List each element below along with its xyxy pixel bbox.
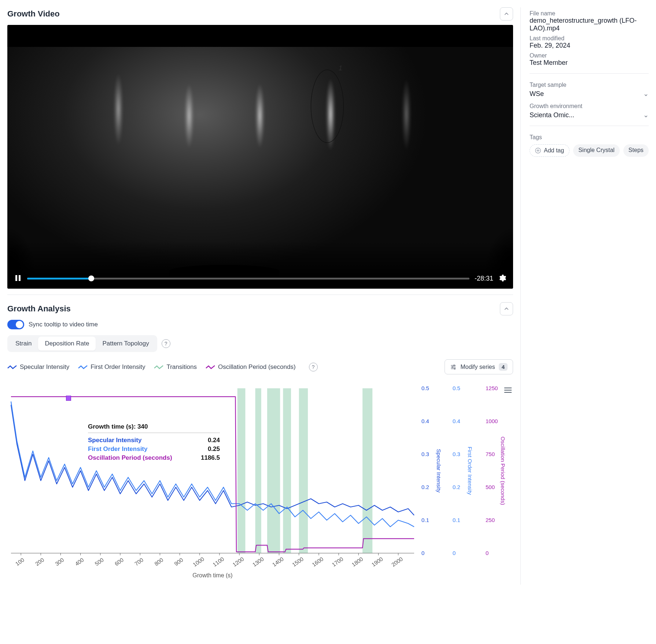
time-remaining: -28:31 [475, 275, 493, 282]
svg-rect-7 [267, 388, 280, 553]
chevron-up-icon [504, 306, 509, 311]
file-name-label: File name [530, 10, 649, 17]
svg-rect-5 [237, 388, 246, 553]
svg-text:0.5: 0.5 [421, 385, 429, 391]
pause-icon [14, 274, 22, 282]
growth-video-panel: Growth Video 1 [7, 7, 513, 295]
chart-menu-button[interactable] [504, 388, 512, 393]
legend-specular[interactable]: Specular Intensity [7, 363, 69, 371]
svg-rect-10 [362, 388, 372, 553]
svg-text:900: 900 [173, 556, 184, 567]
svg-rect-6 [255, 388, 261, 553]
svg-text:800: 800 [153, 556, 164, 567]
svg-text:1100: 1100 [211, 556, 225, 568]
svg-text:0.4: 0.4 [453, 418, 460, 424]
sync-tooltip-toggle[interactable] [7, 320, 24, 329]
chevron-down-icon: ⌄ [643, 111, 649, 119]
legend-transitions[interactable]: Transitions [154, 363, 197, 371]
add-tag-button[interactable]: Add tag [530, 144, 570, 157]
legend-oscillation[interactable]: Oscillation Period (seconds) [206, 363, 296, 371]
metadata-sidebar: File name demo_heterostructure_growth (L… [520, 7, 649, 585]
pause-button[interactable] [14, 274, 22, 283]
analysis-tabs: Strain Deposition Rate Pattern Topology [7, 335, 157, 352]
last-modified-label: Last modified [530, 35, 649, 42]
svg-text:1400: 1400 [271, 556, 285, 568]
svg-text:1500: 1500 [291, 556, 305, 568]
svg-text:500: 500 [486, 484, 495, 490]
video-progress[interactable] [27, 278, 469, 280]
svg-text:Oscillation Period (seconds): Oscillation Period (seconds) [500, 437, 506, 505]
line-icon [78, 364, 88, 370]
progress-thumb[interactable] [88, 275, 94, 281]
video-player[interactable]: 1 -28:31 [7, 25, 513, 289]
svg-text:400: 400 [74, 556, 85, 567]
svg-text:Growth time (s): Growth time (s) [192, 572, 232, 578]
svg-text:0.3: 0.3 [453, 451, 460, 457]
video-controls: -28:31 [7, 268, 513, 289]
collapse-video-button[interactable] [500, 7, 513, 21]
svg-text:600: 600 [114, 556, 125, 567]
svg-text:0.4: 0.4 [421, 418, 429, 424]
chevron-up-icon [504, 11, 509, 16]
tab-pattern-topology[interactable]: Pattern Topology [96, 337, 155, 351]
svg-text:0: 0 [486, 550, 489, 556]
svg-text:500: 500 [94, 556, 105, 567]
owner-label: Owner [530, 52, 649, 59]
svg-text:250: 250 [486, 517, 495, 523]
file-name-value: demo_heterostructure_growth (LFO-LAO).mp… [530, 17, 649, 32]
svg-text:1200: 1200 [231, 556, 245, 568]
collapse-analysis-button[interactable] [500, 302, 513, 315]
svg-text:1600: 1600 [311, 556, 324, 568]
svg-rect-1 [19, 275, 21, 281]
svg-text:700: 700 [133, 556, 144, 567]
tags-label: Tags [530, 134, 649, 141]
svg-text:100: 100 [14, 556, 25, 567]
svg-text:1250: 1250 [486, 385, 498, 391]
tab-deposition-rate[interactable]: Deposition Rate [38, 337, 96, 351]
tab-strain[interactable]: Strain [9, 337, 38, 351]
svg-text:0.3: 0.3 [421, 451, 429, 457]
gear-icon [498, 274, 506, 282]
series-count-badge: 4 [499, 363, 508, 371]
roi-label: 1 [339, 64, 342, 72]
svg-text:First Order Intensity: First Order Intensity [467, 447, 473, 495]
legend-help-icon[interactable]: ? [309, 363, 318, 371]
modify-series-button[interactable]: Modify series 4 [445, 359, 513, 374]
growth-env-label: Growth environment [530, 103, 649, 110]
svg-text:300: 300 [54, 556, 65, 567]
analysis-chart[interactable]: 1002003004005006007008009001000110012001… [7, 381, 513, 579]
sync-tooltip-label: Sync tooltip to video time [29, 321, 98, 328]
svg-text:1000: 1000 [192, 556, 205, 568]
last-modified-value: Feb. 29, 2024 [530, 42, 649, 49]
line-icon [206, 364, 215, 370]
legend-first-order[interactable]: First Order Intensity [78, 363, 145, 371]
svg-rect-8 [283, 388, 291, 553]
svg-text:0.2: 0.2 [421, 484, 429, 490]
tag-chip[interactable]: Single Crystal [573, 144, 620, 157]
svg-text:0.2: 0.2 [453, 484, 460, 490]
growth-video-title: Growth Video [7, 9, 60, 19]
chart-legend: Specular Intensity First Order Intensity… [7, 359, 513, 374]
svg-text:0.1: 0.1 [421, 517, 429, 523]
line-icon [7, 364, 17, 370]
svg-rect-9 [299, 388, 308, 553]
svg-text:1900: 1900 [371, 556, 384, 568]
tag-chip[interactable]: Steps [623, 144, 649, 157]
svg-text:0: 0 [421, 550, 424, 556]
tab-help-icon[interactable]: ? [162, 339, 170, 348]
chart-hover-marker [66, 396, 71, 401]
target-sample-select[interactable]: WSe ⌄ [530, 90, 649, 98]
svg-text:1800: 1800 [351, 556, 364, 568]
plus-circle-icon [535, 148, 541, 153]
video-frame: 1 [7, 25, 513, 289]
sliders-icon [450, 364, 457, 370]
svg-text:1000: 1000 [486, 418, 498, 424]
roi-marker [311, 70, 344, 143]
svg-text:Specular Intensity: Specular Intensity [436, 449, 442, 493]
svg-text:1700: 1700 [331, 556, 344, 568]
line-icon [154, 364, 163, 370]
video-settings-button[interactable] [498, 274, 506, 283]
svg-text:0: 0 [453, 550, 456, 556]
chart-svg: 1002003004005006007008009001000110012001… [7, 381, 513, 579]
growth-env-select[interactable]: Scienta Omic... ⌄ [530, 111, 649, 119]
